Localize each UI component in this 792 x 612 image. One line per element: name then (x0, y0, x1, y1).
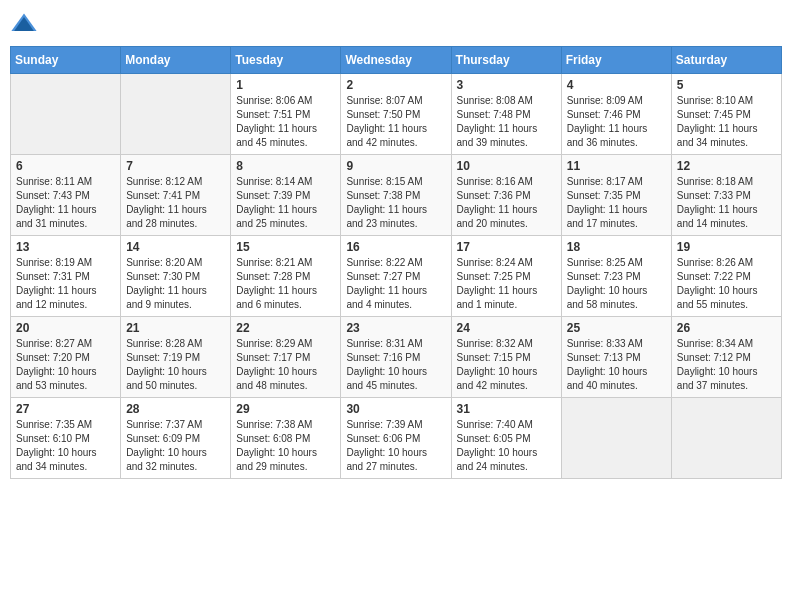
day-info: Sunrise: 8:16 AM Sunset: 7:36 PM Dayligh… (457, 175, 556, 231)
day-info: Sunrise: 8:09 AM Sunset: 7:46 PM Dayligh… (567, 94, 666, 150)
day-number: 30 (346, 402, 445, 416)
logo (10, 10, 42, 38)
calendar-cell: 20Sunrise: 8:27 AM Sunset: 7:20 PM Dayli… (11, 317, 121, 398)
calendar-cell: 27Sunrise: 7:35 AM Sunset: 6:10 PM Dayli… (11, 398, 121, 479)
calendar-cell: 15Sunrise: 8:21 AM Sunset: 7:28 PM Dayli… (231, 236, 341, 317)
calendar-cell: 21Sunrise: 8:28 AM Sunset: 7:19 PM Dayli… (121, 317, 231, 398)
day-info: Sunrise: 8:29 AM Sunset: 7:17 PM Dayligh… (236, 337, 335, 393)
day-number: 31 (457, 402, 556, 416)
calendar-cell: 10Sunrise: 8:16 AM Sunset: 7:36 PM Dayli… (451, 155, 561, 236)
calendar-cell: 6Sunrise: 8:11 AM Sunset: 7:43 PM Daylig… (11, 155, 121, 236)
day-header-tuesday: Tuesday (231, 47, 341, 74)
day-number: 3 (457, 78, 556, 92)
week-row-3: 13Sunrise: 8:19 AM Sunset: 7:31 PM Dayli… (11, 236, 782, 317)
day-info: Sunrise: 8:12 AM Sunset: 7:41 PM Dayligh… (126, 175, 225, 231)
calendar-cell: 4Sunrise: 8:09 AM Sunset: 7:46 PM Daylig… (561, 74, 671, 155)
day-number: 7 (126, 159, 225, 173)
day-number: 14 (126, 240, 225, 254)
day-info: Sunrise: 8:11 AM Sunset: 7:43 PM Dayligh… (16, 175, 115, 231)
day-info: Sunrise: 8:24 AM Sunset: 7:25 PM Dayligh… (457, 256, 556, 312)
day-number: 24 (457, 321, 556, 335)
calendar-cell: 23Sunrise: 8:31 AM Sunset: 7:16 PM Dayli… (341, 317, 451, 398)
calendar-cell: 17Sunrise: 8:24 AM Sunset: 7:25 PM Dayli… (451, 236, 561, 317)
day-info: Sunrise: 8:21 AM Sunset: 7:28 PM Dayligh… (236, 256, 335, 312)
day-number: 2 (346, 78, 445, 92)
calendar-cell (121, 74, 231, 155)
calendar-cell: 3Sunrise: 8:08 AM Sunset: 7:48 PM Daylig… (451, 74, 561, 155)
day-number: 4 (567, 78, 666, 92)
day-number: 20 (16, 321, 115, 335)
day-number: 21 (126, 321, 225, 335)
day-info: Sunrise: 8:22 AM Sunset: 7:27 PM Dayligh… (346, 256, 445, 312)
day-number: 19 (677, 240, 776, 254)
calendar-cell: 9Sunrise: 8:15 AM Sunset: 7:38 PM Daylig… (341, 155, 451, 236)
day-header-thursday: Thursday (451, 47, 561, 74)
logo-icon (10, 10, 38, 38)
calendar-cell: 28Sunrise: 7:37 AM Sunset: 6:09 PM Dayli… (121, 398, 231, 479)
day-number: 18 (567, 240, 666, 254)
calendar-cell: 7Sunrise: 8:12 AM Sunset: 7:41 PM Daylig… (121, 155, 231, 236)
calendar-cell: 19Sunrise: 8:26 AM Sunset: 7:22 PM Dayli… (671, 236, 781, 317)
calendar-cell: 30Sunrise: 7:39 AM Sunset: 6:06 PM Dayli… (341, 398, 451, 479)
day-header-monday: Monday (121, 47, 231, 74)
day-number: 12 (677, 159, 776, 173)
day-info: Sunrise: 8:25 AM Sunset: 7:23 PM Dayligh… (567, 256, 666, 312)
day-info: Sunrise: 8:33 AM Sunset: 7:13 PM Dayligh… (567, 337, 666, 393)
day-info: Sunrise: 7:37 AM Sunset: 6:09 PM Dayligh… (126, 418, 225, 474)
day-number: 8 (236, 159, 335, 173)
day-number: 9 (346, 159, 445, 173)
calendar-cell: 31Sunrise: 7:40 AM Sunset: 6:05 PM Dayli… (451, 398, 561, 479)
day-info: Sunrise: 8:32 AM Sunset: 7:15 PM Dayligh… (457, 337, 556, 393)
week-row-1: 1Sunrise: 8:06 AM Sunset: 7:51 PM Daylig… (11, 74, 782, 155)
calendar-cell: 25Sunrise: 8:33 AM Sunset: 7:13 PM Dayli… (561, 317, 671, 398)
calendar-cell: 8Sunrise: 8:14 AM Sunset: 7:39 PM Daylig… (231, 155, 341, 236)
day-info: Sunrise: 8:34 AM Sunset: 7:12 PM Dayligh… (677, 337, 776, 393)
day-info: Sunrise: 8:26 AM Sunset: 7:22 PM Dayligh… (677, 256, 776, 312)
day-info: Sunrise: 8:15 AM Sunset: 7:38 PM Dayligh… (346, 175, 445, 231)
day-info: Sunrise: 8:06 AM Sunset: 7:51 PM Dayligh… (236, 94, 335, 150)
day-number: 25 (567, 321, 666, 335)
day-number: 23 (346, 321, 445, 335)
calendar-cell: 26Sunrise: 8:34 AM Sunset: 7:12 PM Dayli… (671, 317, 781, 398)
day-info: Sunrise: 8:10 AM Sunset: 7:45 PM Dayligh… (677, 94, 776, 150)
day-number: 16 (346, 240, 445, 254)
day-header-saturday: Saturday (671, 47, 781, 74)
day-number: 5 (677, 78, 776, 92)
day-info: Sunrise: 8:17 AM Sunset: 7:35 PM Dayligh… (567, 175, 666, 231)
week-row-4: 20Sunrise: 8:27 AM Sunset: 7:20 PM Dayli… (11, 317, 782, 398)
day-number: 28 (126, 402, 225, 416)
calendar-cell: 16Sunrise: 8:22 AM Sunset: 7:27 PM Dayli… (341, 236, 451, 317)
calendar-cell: 18Sunrise: 8:25 AM Sunset: 7:23 PM Dayli… (561, 236, 671, 317)
calendar-cell: 13Sunrise: 8:19 AM Sunset: 7:31 PM Dayli… (11, 236, 121, 317)
day-info: Sunrise: 8:20 AM Sunset: 7:30 PM Dayligh… (126, 256, 225, 312)
day-info: Sunrise: 8:07 AM Sunset: 7:50 PM Dayligh… (346, 94, 445, 150)
day-info: Sunrise: 8:08 AM Sunset: 7:48 PM Dayligh… (457, 94, 556, 150)
day-info: Sunrise: 7:39 AM Sunset: 6:06 PM Dayligh… (346, 418, 445, 474)
day-number: 27 (16, 402, 115, 416)
calendar-cell (11, 74, 121, 155)
day-header-sunday: Sunday (11, 47, 121, 74)
calendar-cell: 5Sunrise: 8:10 AM Sunset: 7:45 PM Daylig… (671, 74, 781, 155)
day-number: 11 (567, 159, 666, 173)
day-info: Sunrise: 7:35 AM Sunset: 6:10 PM Dayligh… (16, 418, 115, 474)
day-number: 15 (236, 240, 335, 254)
page-header (10, 10, 782, 38)
day-number: 22 (236, 321, 335, 335)
day-header-friday: Friday (561, 47, 671, 74)
day-number: 29 (236, 402, 335, 416)
day-info: Sunrise: 8:18 AM Sunset: 7:33 PM Dayligh… (677, 175, 776, 231)
calendar-cell: 14Sunrise: 8:20 AM Sunset: 7:30 PM Dayli… (121, 236, 231, 317)
day-number: 6 (16, 159, 115, 173)
day-info: Sunrise: 8:27 AM Sunset: 7:20 PM Dayligh… (16, 337, 115, 393)
day-info: Sunrise: 8:19 AM Sunset: 7:31 PM Dayligh… (16, 256, 115, 312)
day-number: 1 (236, 78, 335, 92)
day-number: 26 (677, 321, 776, 335)
day-number: 17 (457, 240, 556, 254)
calendar-cell: 2Sunrise: 8:07 AM Sunset: 7:50 PM Daylig… (341, 74, 451, 155)
calendar-cell: 22Sunrise: 8:29 AM Sunset: 7:17 PM Dayli… (231, 317, 341, 398)
day-info: Sunrise: 8:31 AM Sunset: 7:16 PM Dayligh… (346, 337, 445, 393)
calendar-cell: 24Sunrise: 8:32 AM Sunset: 7:15 PM Dayli… (451, 317, 561, 398)
day-info: Sunrise: 7:40 AM Sunset: 6:05 PM Dayligh… (457, 418, 556, 474)
week-row-2: 6Sunrise: 8:11 AM Sunset: 7:43 PM Daylig… (11, 155, 782, 236)
calendar-table: SundayMondayTuesdayWednesdayThursdayFrid… (10, 46, 782, 479)
